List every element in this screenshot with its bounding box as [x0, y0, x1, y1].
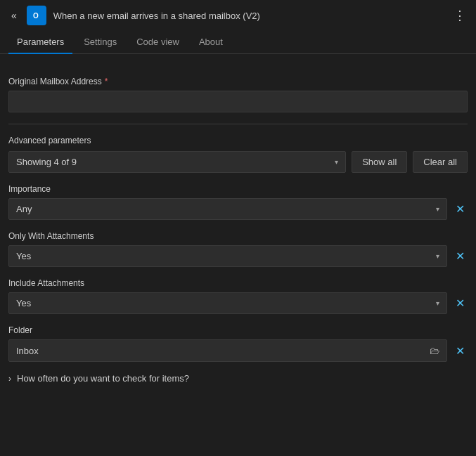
required-indicator: * [105, 77, 108, 86]
importance-select[interactable]: Any ▾ [8, 198, 447, 220]
tab-parameters[interactable]: Parameters [8, 31, 72, 54]
include-attachments-label: Include Attachments [8, 278, 468, 288]
folder-input[interactable]: Inbox 🗁 [8, 339, 447, 362]
folder-remove-button[interactable]: ✕ [453, 343, 468, 359]
advanced-parameters-label: Advanced parameters [8, 136, 468, 145]
importance-label: Importance [8, 184, 468, 194]
tab-settings[interactable]: Settings [75, 31, 125, 54]
only-with-attachments-remove-button[interactable]: ✕ [453, 248, 468, 264]
check-items-label: How often do you want to check for items… [17, 373, 189, 384]
panel-header: « O When a new email arrives in a shared… [0, 0, 476, 31]
folder-label: Folder [8, 325, 468, 335]
folder-control: Inbox 🗁 ✕ [8, 339, 468, 362]
svg-text:O: O [33, 12, 39, 20]
only-with-attachments-field: Only With Attachments Yes ▾ ✕ [8, 231, 468, 267]
more-options-button[interactable]: ⋮ [454, 8, 468, 23]
header-left: « O When a new email arrives in a shared… [8, 6, 260, 25]
panel-container: « O When a new email arrives in a shared… [0, 0, 476, 395]
importance-field: Importance Any ▾ ✕ [8, 184, 468, 220]
tab-code-view[interactable]: Code view [128, 31, 188, 54]
include-attachments-remove-button[interactable]: ✕ [453, 295, 468, 311]
original-mailbox-label: Original Mailbox Address * [8, 77, 468, 86]
header-title: When a new email arrives in a shared mai… [53, 11, 260, 21]
section-divider [8, 124, 468, 124]
original-mailbox-field: Original Mailbox Address * [8, 77, 468, 112]
importance-remove-button[interactable]: ✕ [453, 201, 468, 217]
original-mailbox-input[interactable] [8, 91, 468, 112]
only-with-attachments-control: Yes ▾ ✕ [8, 245, 468, 267]
tabs-bar: Parameters Settings Code view About [0, 31, 476, 54]
folder-icon: 🗁 [430, 345, 439, 356]
showing-select[interactable]: Showing 4 of 9 ▾ [8, 151, 346, 173]
importance-control: Any ▾ ✕ [8, 198, 468, 220]
chevron-down-icon: ▾ [436, 205, 439, 213]
advanced-parameters-section: Advanced parameters Showing 4 of 9 ▾ Sho… [8, 136, 468, 173]
only-with-attachments-label: Only With Attachments [8, 231, 468, 241]
expand-button[interactable]: « [8, 8, 20, 22]
folder-field: Folder Inbox 🗁 ✕ [8, 325, 468, 362]
chevron-down-icon: ▾ [436, 299, 439, 307]
include-attachments-field: Include Attachments Yes ▾ ✕ [8, 278, 468, 314]
expand-icon: › [8, 374, 11, 384]
show-all-button[interactable]: Show all [352, 151, 407, 173]
tab-about[interactable]: About [191, 31, 231, 54]
chevron-down-icon: ▾ [335, 158, 338, 166]
clear-all-button[interactable]: Clear all [413, 151, 468, 173]
only-with-attachments-select[interactable]: Yes ▾ [8, 245, 447, 267]
check-items-row[interactable]: › How often do you want to check for ite… [8, 373, 468, 384]
chevron-down-icon: ▾ [436, 252, 439, 260]
advanced-controls: Showing 4 of 9 ▾ Show all Clear all [8, 151, 468, 173]
parameters-content: Original Mailbox Address * Advanced para… [0, 54, 476, 395]
include-attachments-control: Yes ▾ ✕ [8, 292, 468, 314]
include-attachments-select[interactable]: Yes ▾ [8, 292, 447, 314]
app-icon: O [27, 6, 46, 25]
